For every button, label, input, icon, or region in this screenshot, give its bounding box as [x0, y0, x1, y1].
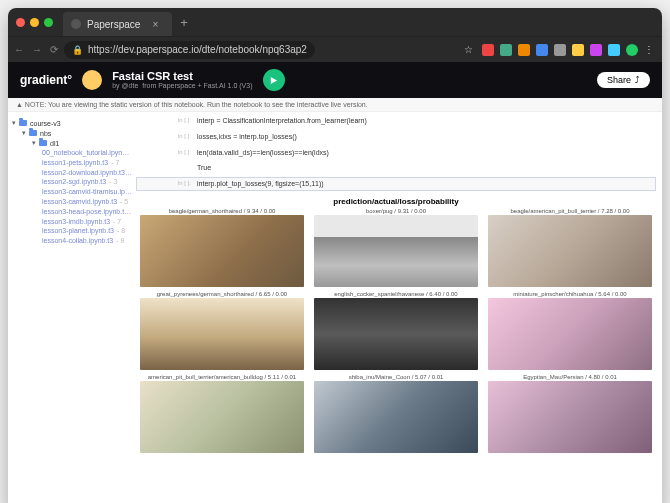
file-item[interactable]: lesson1-pets.ipynb.t3- 7 — [42, 158, 132, 168]
loss-thumb — [314, 298, 478, 370]
file-item[interactable]: lesson4-collab.ipynb.t3- 9 — [42, 236, 132, 246]
file-list: 00_notebook_tutorial.ipynb.t3- 0lesson1-… — [12, 148, 132, 246]
folder[interactable]: ▾ dl1 — [12, 138, 132, 148]
loss-thumb — [314, 215, 478, 287]
loss-item: Egyptian_Mau/Persian / 4.80 / 0.01 — [488, 374, 652, 453]
code-cell[interactable]: In [ ]:interp.plot_top_losses(9, figsize… — [136, 177, 656, 191]
folder-label: course-v3 — [30, 120, 61, 127]
avatar[interactable] — [82, 70, 102, 90]
close-tab-icon[interactable]: × — [152, 19, 158, 30]
folder-label: dl1 — [50, 140, 59, 147]
ext-icon[interactable] — [482, 44, 494, 56]
cells: In [ ]:interp = ClassificationInterpreta… — [136, 114, 656, 191]
notebook-subtitle: by @dte from Paperspace + Fast.AI 1.0 (V… — [112, 82, 252, 89]
extensions: ☆ ⋮ — [464, 44, 656, 56]
static-notice: ▲ NOTE: You are viewing the static versi… — [8, 98, 662, 112]
loss-item: shiba_inu/Maine_Coon / 5.07 / 0.01 — [314, 374, 478, 453]
folder-icon — [29, 130, 37, 136]
new-tab-button[interactable]: + — [180, 15, 188, 30]
file-tree: ▾ course-v3 ▾ nbs ▾ dl1 00_notebook_tuto… — [8, 112, 136, 503]
run-button[interactable] — [263, 69, 285, 91]
forward-icon[interactable]: → — [32, 44, 42, 55]
ext-icon[interactable] — [608, 44, 620, 56]
loss-caption: beagle/german_shorthaired / 9.34 / 0.00 — [140, 208, 304, 215]
browser-toolbar: ← → ⟳ 🔒 https://dev.paperspace.io/dte/no… — [8, 36, 662, 62]
nav-buttons: ← → ⟳ — [14, 44, 58, 55]
menu-icon[interactable]: ⋮ — [644, 44, 656, 56]
loss-caption: great_pyrenees/german_shorthaired / 6.65… — [140, 291, 304, 298]
star-icon[interactable]: ☆ — [464, 44, 476, 56]
file-item[interactable]: lesson2-sgd.ipynb.t3- 3 — [42, 177, 132, 187]
minimize-window-icon[interactable] — [30, 18, 39, 27]
loss-caption: Egyptian_Mau/Persian / 4.80 / 0.01 — [488, 374, 652, 381]
output-cell[interactable]: True — [136, 161, 656, 175]
lock-icon: 🔒 — [72, 45, 83, 55]
code-cell[interactable]: In [ ]:len(data.valid_ds)==len(losses)==… — [136, 146, 656, 160]
loss-item: miniature_pinscher/chihuahua / 5.64 / 0.… — [488, 291, 652, 370]
back-icon[interactable]: ← — [14, 44, 24, 55]
folder[interactable]: ▾ nbs — [12, 128, 132, 138]
file-item[interactable]: lesson3-head-pose.ipynb.t3- 6 — [42, 207, 132, 217]
loss-item: english_cocker_spaniel/havanese / 6.40 /… — [314, 291, 478, 370]
loss-thumb — [140, 215, 304, 287]
folder-icon — [39, 140, 47, 146]
loss-thumb — [314, 381, 478, 453]
output-title: prediction/actual/loss/probability — [136, 193, 656, 208]
main-area: ▾ course-v3 ▾ nbs ▾ dl1 00_notebook_tuto… — [8, 112, 662, 503]
folder[interactable]: ▾ course-v3 — [12, 118, 132, 128]
ext-icon[interactable] — [590, 44, 602, 56]
folder-icon — [19, 120, 27, 126]
file-item[interactable]: lesson2-download.ipynb.t3- 2 — [42, 168, 132, 178]
reload-icon[interactable]: ⟳ — [50, 44, 58, 55]
loss-item: beagle/american_pit_bull_terrier / 7.28 … — [488, 208, 652, 287]
loss-thumb — [140, 298, 304, 370]
notebook-title-block: Fastai CSR test by @dte from Paperspace … — [112, 71, 252, 89]
play-icon — [269, 76, 278, 85]
loss-caption: american_pit_bull_terrier/american_bulld… — [140, 374, 304, 381]
loss-caption: miniature_pinscher/chihuahua / 5.64 / 0.… — [488, 291, 652, 298]
share-button[interactable]: Share ⤴ — [597, 72, 650, 88]
tab-title: Paperspace — [87, 19, 140, 30]
loss-caption: english_cocker_spaniel/havanese / 6.40 /… — [314, 291, 478, 298]
browser-tab[interactable]: Paperspace × — [63, 12, 172, 36]
window-controls — [16, 18, 53, 27]
file-item[interactable]: lesson3-camvid.ipynb.t3- 5 — [42, 197, 132, 207]
ext-icon[interactable] — [572, 44, 584, 56]
loss-item: american_pit_bull_terrier/american_bulld… — [140, 374, 304, 453]
loss-thumb — [488, 298, 652, 370]
file-item[interactable]: lesson3-planet.ipynb.t3- 8 — [42, 226, 132, 236]
app-header: gradient° Fastai CSR test by @dte from P… — [8, 62, 662, 98]
profile-icon[interactable] — [626, 44, 638, 56]
file-item[interactable]: lesson3-camvid-tiramisu.ipynb. — [42, 187, 132, 197]
chevron-down-icon: ▾ — [32, 139, 36, 147]
share-icon: ⤴ — [635, 75, 640, 85]
ext-icon[interactable] — [536, 44, 548, 56]
loss-thumb — [488, 215, 652, 287]
code-cell[interactable]: In [ ]:losses,idxs = interp.top_losses() — [136, 130, 656, 144]
notebook-title: Fastai CSR test — [112, 71, 252, 82]
code-cell[interactable]: In [ ]:interp = ClassificationInterpreta… — [136, 114, 656, 128]
folder-label: nbs — [40, 130, 51, 137]
notebook-content: In [ ]:interp = ClassificationInterpreta… — [136, 112, 662, 503]
chevron-down-icon: ▾ — [22, 129, 26, 137]
ext-icon[interactable] — [500, 44, 512, 56]
loss-caption: shiba_inu/Maine_Coon / 5.07 / 0.01 — [314, 374, 478, 381]
loss-caption: beagle/american_pit_bull_terrier / 7.28 … — [488, 208, 652, 215]
file-item[interactable]: lesson3-imdb.ipynb.t3- 7 — [42, 217, 132, 227]
zoom-window-icon[interactable] — [44, 18, 53, 27]
url-text: https://dev.paperspace.io/dte/notebook/n… — [88, 44, 307, 55]
brand-logo[interactable]: gradient° — [20, 73, 72, 87]
browser-titlebar: Paperspace × + — [8, 8, 662, 36]
favicon-icon — [71, 19, 81, 29]
address-bar[interactable]: 🔒 https://dev.paperspace.io/dte/notebook… — [64, 41, 315, 59]
top-losses-grid: beagle/german_shorthaired / 9.34 / 0.00b… — [136, 208, 656, 453]
ext-icon[interactable] — [518, 44, 530, 56]
loss-caption: boxer/pug / 9.31 / 0.00 — [314, 208, 478, 215]
close-window-icon[interactable] — [16, 18, 25, 27]
ext-icon[interactable] — [554, 44, 566, 56]
file-item[interactable]: 00_notebook_tutorial.ipynb.t3- 0 — [42, 148, 132, 158]
app-window: Paperspace × + ← → ⟳ 🔒 https://dev.paper… — [8, 8, 662, 503]
chevron-down-icon: ▾ — [12, 119, 16, 127]
notice-text: ▲ NOTE: You are viewing the static versi… — [16, 101, 368, 108]
loss-thumb — [488, 381, 652, 453]
